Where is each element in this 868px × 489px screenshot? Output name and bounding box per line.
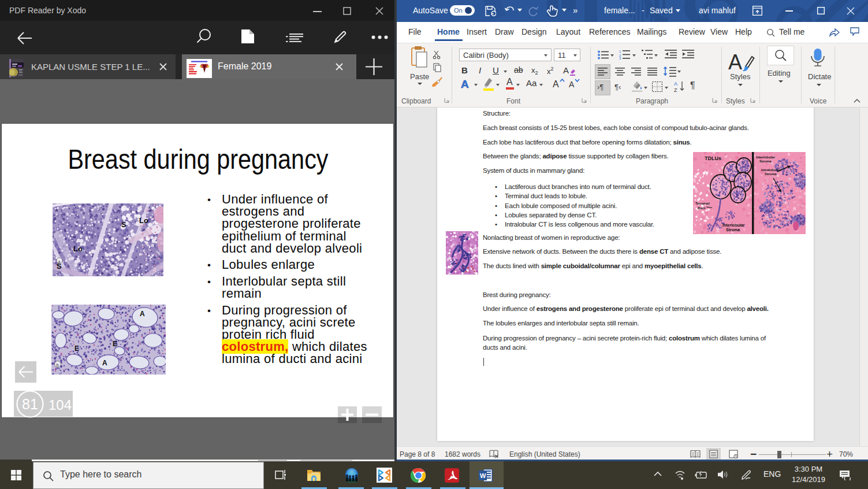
svg-text:3: 3 xyxy=(619,57,621,60)
svg-text:Interlobular: Interlobular xyxy=(722,223,745,227)
svg-text:TDLUs: TDLUs xyxy=(705,155,721,161)
svg-text:A: A xyxy=(461,78,469,90)
svg-text:Interlobular: Interlobular xyxy=(756,155,776,159)
svg-text:Lo: Lo xyxy=(139,216,148,225)
svg-text:Stroma: Stroma xyxy=(759,160,772,163)
svg-text:S: S xyxy=(121,220,126,229)
svg-text:1: 1 xyxy=(619,50,621,53)
svg-text:81: 81 xyxy=(22,396,38,412)
svg-text:A: A xyxy=(563,65,569,75)
svg-text:Stroma: Stroma xyxy=(726,228,740,232)
svg-text:E: E xyxy=(74,344,79,353)
svg-text:a: a xyxy=(58,260,61,264)
svg-text:A: A xyxy=(674,81,677,87)
svg-text:A: A xyxy=(102,359,107,367)
svg-text:A: A xyxy=(569,80,575,89)
svg-text:E: E xyxy=(113,340,117,348)
svg-text:b: b xyxy=(57,362,59,368)
svg-text:W: W xyxy=(480,472,486,479)
svg-text:Duct: Duct xyxy=(698,206,705,210)
svg-text:A: A xyxy=(728,50,742,73)
svg-text:Terminal: Terminal xyxy=(695,202,710,205)
svg-text:Z: Z xyxy=(674,87,677,92)
svg-text:Stroma: Stroma xyxy=(765,172,777,176)
svg-text:Lo: Lo xyxy=(73,244,83,253)
svg-text:A: A xyxy=(140,310,145,318)
svg-text:A: A xyxy=(553,79,559,89)
